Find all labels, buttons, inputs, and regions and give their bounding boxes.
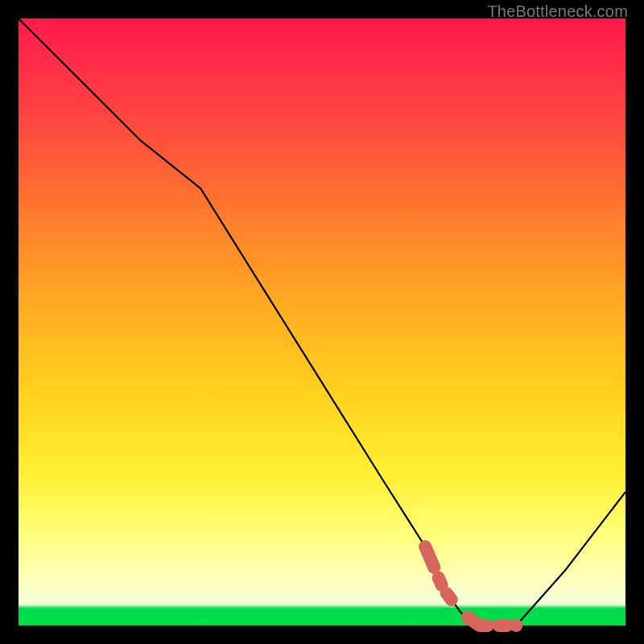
chart-overlay	[19, 19, 625, 625]
main-curve	[19, 19, 625, 625]
trough-end-dot	[510, 619, 522, 632]
trough-highlight	[425, 547, 516, 625]
chart-frame: TheBottleneck.com	[0, 0, 644, 644]
